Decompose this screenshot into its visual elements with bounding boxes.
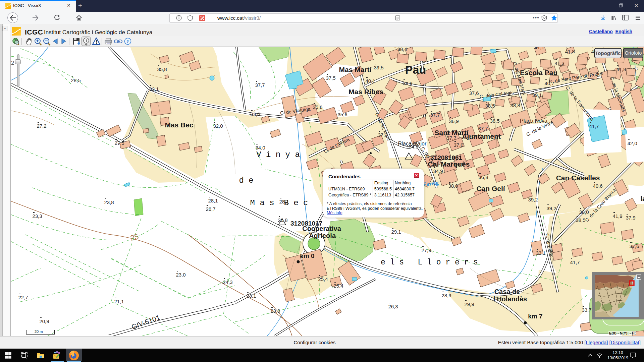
svg-text:36,9: 36,9 bbox=[449, 118, 459, 124]
svg-text:24,3: 24,3 bbox=[223, 279, 232, 285]
svg-text:41,1: 41,1 bbox=[534, 47, 544, 50]
svg-text:e l s L l o r e r s: e l s L l o r e r s bbox=[381, 258, 478, 267]
svg-text:23,1: 23,1 bbox=[246, 293, 256, 299]
svg-text:33,6: 33,6 bbox=[250, 111, 260, 117]
svg-text:39,2: 39,2 bbox=[528, 197, 538, 202]
svg-text:34,3: 34,3 bbox=[409, 144, 418, 149]
svg-text:Ajuntament: Ajuntament bbox=[462, 132, 501, 140]
svg-text:42,0: 42,0 bbox=[627, 140, 637, 146]
svg-text:37,5: 37,5 bbox=[326, 75, 335, 81]
svg-text:?: ? bbox=[127, 39, 129, 44]
svg-text:41,3: 41,3 bbox=[554, 60, 564, 66]
svg-text:41,8: 41,8 bbox=[616, 66, 626, 72]
svg-text:37,3: 37,3 bbox=[378, 132, 387, 138]
svg-text:Plaça Nova: Plaça Nova bbox=[520, 118, 547, 124]
svg-text:40,6: 40,6 bbox=[593, 183, 602, 189]
svg-text:Pau: Pau bbox=[405, 63, 426, 76]
svg-text:Can Caselles: Can Caselles bbox=[556, 174, 600, 182]
svg-text:Agrícola: Agrícola bbox=[309, 232, 336, 239]
svg-text:32,1: 32,1 bbox=[149, 86, 159, 92]
svg-text:39,2: 39,2 bbox=[546, 205, 556, 211]
svg-text:36,8: 36,8 bbox=[478, 174, 488, 180]
svg-text:39,5: 39,5 bbox=[374, 65, 383, 70]
svg-text:23,3: 23,3 bbox=[32, 213, 42, 219]
svg-text:312081017: 312081017 bbox=[290, 220, 322, 227]
svg-text:37,7: 37,7 bbox=[446, 135, 456, 141]
svg-text:40,1: 40,1 bbox=[365, 78, 375, 84]
svg-text:20,9: 20,9 bbox=[39, 318, 49, 324]
svg-text:Can Gelí: Can Gelí bbox=[476, 185, 505, 192]
svg-text:41,7: 41,7 bbox=[589, 123, 599, 129]
svg-text:25,4: 25,4 bbox=[318, 276, 328, 282]
svg-text:40,7: 40,7 bbox=[544, 80, 554, 86]
svg-text:23,0: 23,0 bbox=[176, 272, 185, 278]
svg-text:41,9: 41,9 bbox=[612, 213, 622, 219]
svg-text:26,3: 26,3 bbox=[388, 304, 398, 309]
svg-text:21,1: 21,1 bbox=[114, 299, 124, 304]
svg-text:23,8: 23,8 bbox=[104, 199, 114, 205]
svg-text:27,5: 27,5 bbox=[114, 140, 124, 146]
svg-text:km 7: km 7 bbox=[528, 313, 542, 320]
svg-text:23,9: 23,9 bbox=[270, 308, 280, 314]
svg-text:35,6: 35,6 bbox=[313, 104, 322, 110]
svg-text:28,9: 28,9 bbox=[441, 293, 451, 298]
svg-text:27,2: 27,2 bbox=[37, 123, 46, 129]
svg-text:37,7: 37,7 bbox=[478, 126, 488, 131]
svg-text:37,7: 37,7 bbox=[430, 112, 440, 118]
svg-text:38,4: 38,4 bbox=[397, 47, 407, 52]
svg-text:35,6: 35,6 bbox=[337, 112, 347, 117]
svg-text:39,1: 39,1 bbox=[532, 92, 542, 98]
svg-text:38,0: 38,0 bbox=[579, 209, 589, 215]
svg-text:34,9: 34,9 bbox=[433, 168, 443, 174]
svg-text:32,0: 32,0 bbox=[213, 123, 223, 129]
svg-text:29,1: 29,1 bbox=[391, 229, 401, 235]
svg-text:la: la bbox=[640, 195, 644, 202]
svg-text:36,0: 36,0 bbox=[454, 162, 464, 167]
svg-text:34,0: 34,0 bbox=[255, 145, 265, 150]
svg-text:Escola Pau: Escola Pau bbox=[520, 69, 557, 76]
svg-text:22,7: 22,7 bbox=[18, 295, 28, 300]
svg-text:38,0: 38,0 bbox=[448, 183, 458, 189]
svg-text:37,6: 37,6 bbox=[469, 90, 479, 96]
svg-text:29,9: 29,9 bbox=[464, 301, 474, 307]
svg-text:Mas Bec: Mas Bec bbox=[165, 121, 194, 129]
svg-text:28,5: 28,5 bbox=[71, 77, 80, 83]
svg-text:25,4: 25,4 bbox=[333, 283, 343, 289]
svg-text:Mas Ribes: Mas Ribes bbox=[348, 88, 383, 96]
svg-text:26,7: 26,7 bbox=[206, 206, 215, 212]
svg-text:38,8: 38,8 bbox=[510, 103, 520, 108]
svg-text:37,0: 37,0 bbox=[453, 142, 463, 148]
svg-text:km 0: km 0 bbox=[300, 252, 314, 259]
svg-text:38,5: 38,5 bbox=[576, 217, 585, 223]
svg-text:27,9: 27,9 bbox=[421, 247, 431, 253]
svg-text:33,1: 33,1 bbox=[536, 250, 545, 256]
svg-text:41,7: 41,7 bbox=[570, 259, 580, 265]
svg-text:Casa de: Casa de bbox=[494, 288, 520, 295]
svg-text:41,8: 41,8 bbox=[565, 49, 575, 54]
svg-text:37,6: 37,6 bbox=[629, 243, 639, 249]
svg-text:37,7: 37,7 bbox=[255, 82, 265, 88]
svg-text:38,5: 38,5 bbox=[485, 103, 495, 109]
svg-text:35,8: 35,8 bbox=[157, 66, 167, 72]
svg-text:28,1: 28,1 bbox=[279, 199, 289, 204]
svg-text:38,5: 38,5 bbox=[490, 118, 499, 124]
svg-text:28,1: 28,1 bbox=[208, 198, 218, 203]
svg-text:37,9: 37,9 bbox=[626, 215, 635, 221]
svg-text:l'Holandès: l'Holandès bbox=[493, 295, 527, 303]
svg-text:d e: d e bbox=[239, 176, 253, 185]
svg-text:33,7: 33,7 bbox=[582, 307, 591, 313]
svg-text:26,8: 26,8 bbox=[278, 217, 287, 223]
svg-text:V i n y a: V i n y a bbox=[256, 150, 300, 159]
svg-text:Mas Martí: Mas Martí bbox=[339, 66, 372, 73]
svg-text:38,9: 38,9 bbox=[402, 80, 412, 86]
svg-text:312081061: 312081061 bbox=[430, 154, 463, 161]
